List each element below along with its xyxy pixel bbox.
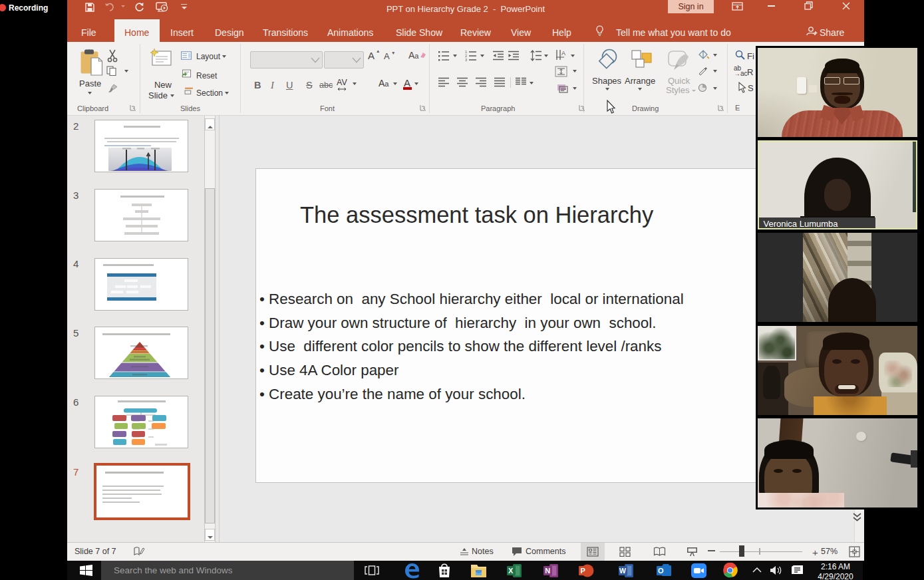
svg-text:A: A <box>561 50 565 57</box>
svg-text:P: P <box>581 567 585 575</box>
svg-text:X: X <box>508 567 514 575</box>
svg-text:W: W <box>619 567 626 575</box>
svg-text:3: 3 <box>465 58 467 62</box>
svg-text:N: N <box>545 567 550 575</box>
svg-text:O: O <box>658 567 664 575</box>
